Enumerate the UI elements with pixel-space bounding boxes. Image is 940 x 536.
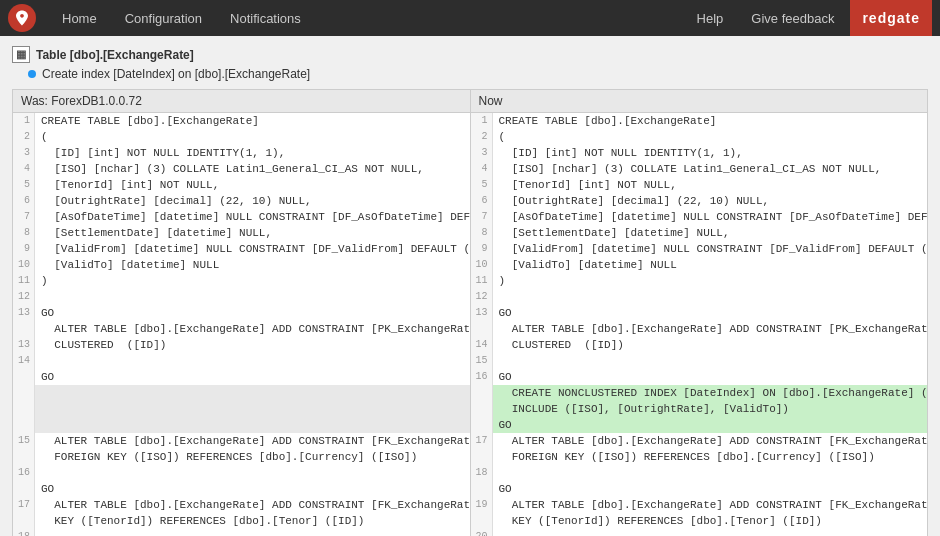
diff-row: 9 [ValidFrom] [datetime] NULL CONSTRAINT…: [471, 241, 928, 257]
line-number: [13, 369, 35, 385]
diff-row: 5 [TenorId] [int] NOT NULL,: [471, 177, 928, 193]
diff-now-label: Now: [471, 90, 928, 112]
diff-row: [13, 417, 470, 433]
diff-row: 6 [OutrightRate] [decimal] (22, 10) NULL…: [471, 193, 928, 209]
main-content: ▦ Table [dbo].[ExchangeRate] Create inde…: [0, 36, 940, 536]
logo-icon: [13, 9, 31, 27]
line-number: 15: [471, 353, 493, 369]
line-number: 20: [471, 529, 493, 536]
diff-row: 14: [13, 353, 470, 369]
diff-row: KEY ([TenorId]) REFERENCES [dbo].[Tenor]…: [471, 513, 928, 529]
line-content: [493, 529, 499, 536]
diff-row: 8 [SettlementDate] [datetime] NULL,: [13, 225, 470, 241]
line-number: [471, 417, 493, 433]
diff-row: 7 [AsOfDateTime] [datetime] NULL CONSTRA…: [471, 209, 928, 225]
line-content: ALTER TABLE [dbo].[ExchangeRate] ADD CON…: [493, 497, 928, 513]
line-content: ALTER TABLE [dbo].[ExchangeRate] ADD CON…: [35, 433, 471, 449]
nav-configuration[interactable]: Configuration: [111, 0, 216, 36]
line-content: [ValidTo] [datetime] NULL: [35, 257, 219, 273]
nav-notifications[interactable]: Notifications: [216, 0, 315, 36]
diff-row: 5 [TenorId] [int] NOT NULL,: [13, 177, 470, 193]
diff-row: [13, 401, 470, 417]
line-content: CREATE TABLE [dbo].[ExchangeRate]: [35, 113, 259, 129]
diff-row: CREATE NONCLUSTERED INDEX [DateIndex] ON…: [471, 385, 928, 401]
line-content: CLUSTERED ([ID]): [493, 337, 624, 353]
line-number: 12: [471, 289, 493, 305]
diff-row: 12: [13, 289, 470, 305]
line-number: 5: [13, 177, 35, 193]
feedback-button[interactable]: Give feedback: [739, 0, 846, 36]
line-number: [471, 481, 493, 497]
diff-row: 17 ALTER TABLE [dbo].[ExchangeRate] ADD …: [13, 497, 470, 513]
line-number: 9: [471, 241, 493, 257]
line-number: [13, 449, 35, 465]
diff-row: 10 [ValidTo] [datetime] NULL: [13, 257, 470, 273]
line-number: [13, 481, 35, 497]
line-number: 8: [13, 225, 35, 241]
diff-row: 11): [13, 273, 470, 289]
line-number: 2: [13, 129, 35, 145]
nav-menu: Home Configuration Notifications: [48, 0, 685, 36]
line-number: 18: [13, 529, 35, 536]
line-content: [ID] [int] NOT NULL IDENTITY(1, 1),: [35, 145, 285, 161]
diff-body: 1CREATE TABLE [dbo].[ExchangeRate]2(3 [I…: [13, 113, 927, 536]
line-number: [13, 513, 35, 529]
diff-row: 18: [471, 465, 928, 481]
diff-right: 1CREATE TABLE [dbo].[ExchangeRate]2(3 [I…: [471, 113, 928, 536]
line-number: 10: [13, 257, 35, 273]
diff-row: ALTER TABLE [dbo].[ExchangeRate] ADD CON…: [471, 321, 928, 337]
line-content: ): [493, 273, 506, 289]
help-button[interactable]: Help: [685, 0, 736, 36]
line-number: 13: [13, 337, 35, 353]
line-content: INCLUDE ([ISO], [OutrightRate], [ValidTo…: [493, 401, 789, 417]
line-number: 14: [13, 353, 35, 369]
diff-row: 11): [471, 273, 928, 289]
diff-row: 19 ALTER TABLE [dbo].[ExchangeRate] ADD …: [471, 497, 928, 513]
line-number: 11: [13, 273, 35, 289]
diff-row: FOREIGN KEY ([ISO]) REFERENCES [dbo].[Cu…: [13, 449, 470, 465]
line-content: (: [493, 129, 506, 145]
table-title: Table [dbo].[ExchangeRate]: [36, 48, 194, 62]
line-number: [471, 385, 493, 401]
diff-header: Was: ForexDB1.0.0.72 Now: [13, 90, 927, 113]
line-content: ): [35, 273, 48, 289]
index-dot-icon: [28, 70, 36, 78]
line-content: [35, 465, 41, 481]
diff-row: 15: [471, 353, 928, 369]
line-content: GO: [493, 369, 512, 385]
line-content: [35, 385, 41, 401]
line-number: [13, 401, 35, 417]
line-content: CLUSTERED ([ID]): [35, 337, 166, 353]
line-content: [OutrightRate] [decimal] (22, 10) NULL,: [35, 193, 312, 209]
line-number: [471, 401, 493, 417]
diff-row: 9 [ValidFrom] [datetime] NULL CONSTRAINT…: [13, 241, 470, 257]
line-number: 16: [471, 369, 493, 385]
diff-row: 1CREATE TABLE [dbo].[ExchangeRate]: [471, 113, 928, 129]
line-number: 10: [471, 257, 493, 273]
line-number: [471, 513, 493, 529]
line-content: [35, 353, 41, 369]
diff-row: 16GO: [471, 369, 928, 385]
nav-home[interactable]: Home: [48, 0, 111, 36]
line-number: 4: [13, 161, 35, 177]
line-number: [13, 385, 35, 401]
line-content: [AsOfDateTime] [datetime] NULL CONSTRAIN…: [35, 209, 471, 225]
diff-row: 3 [ID] [int] NOT NULL IDENTITY(1, 1),: [471, 145, 928, 161]
diff-row: 20: [471, 529, 928, 536]
diff-row: 7 [AsOfDateTime] [datetime] NULL CONSTRA…: [13, 209, 470, 225]
line-content: GO: [35, 305, 54, 321]
line-content: [35, 401, 41, 417]
line-content: [ValidFrom] [datetime] NULL CONSTRAINT […: [35, 241, 471, 257]
line-number: 11: [471, 273, 493, 289]
line-number: 4: [471, 161, 493, 177]
line-number: 14: [471, 337, 493, 353]
index-label: Create index [DateIndex] on [dbo].[Excha…: [42, 67, 310, 81]
diff-row: 17 ALTER TABLE [dbo].[ExchangeRate] ADD …: [471, 433, 928, 449]
line-number: [471, 449, 493, 465]
app-logo[interactable]: [8, 4, 36, 32]
line-number: 16: [13, 465, 35, 481]
line-number: [471, 321, 493, 337]
diff-row: 2(: [471, 129, 928, 145]
line-content: [35, 289, 41, 305]
diff-row: 1CREATE TABLE [dbo].[ExchangeRate]: [13, 113, 470, 129]
